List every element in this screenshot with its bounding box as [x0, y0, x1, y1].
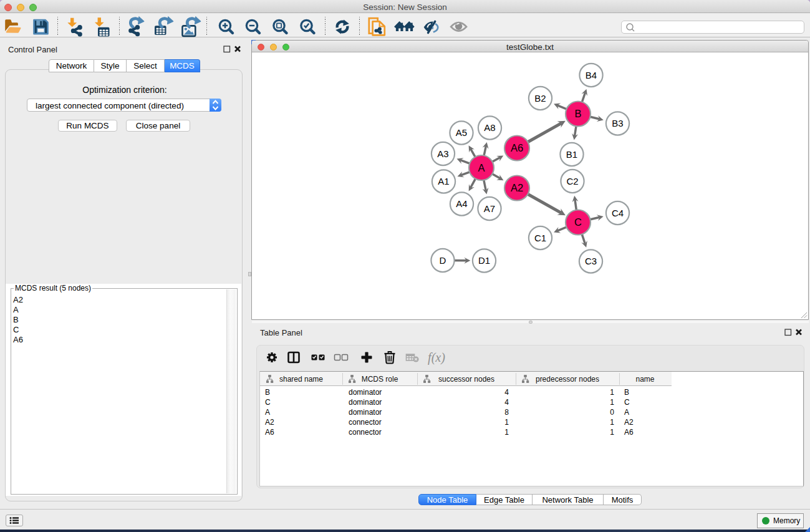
- svg-text:C2: C2: [566, 176, 578, 186]
- svg-text:A7: A7: [484, 203, 495, 214]
- svg-text:B: B: [574, 108, 581, 119]
- svg-text:D1: D1: [478, 255, 490, 266]
- svg-text:B2: B2: [534, 93, 546, 104]
- svg-text:A: A: [478, 162, 485, 173]
- svg-text:A1: A1: [438, 176, 449, 186]
- svg-text:A4: A4: [456, 198, 467, 209]
- svg-text:C: C: [574, 216, 582, 228]
- svg-text:B4: B4: [586, 70, 597, 80]
- svg-text:C1: C1: [534, 233, 546, 243]
- svg-text:A2: A2: [511, 182, 523, 193]
- svg-text:A3: A3: [437, 148, 448, 159]
- svg-text:A6: A6: [511, 142, 523, 153]
- svg-text:C4: C4: [612, 208, 624, 218]
- svg-text:D: D: [440, 255, 446, 266]
- svg-text:C3: C3: [585, 256, 597, 266]
- svg-text:B3: B3: [612, 118, 623, 128]
- svg-text:A8: A8: [484, 122, 495, 133]
- svg-text:B1: B1: [566, 149, 577, 160]
- svg-text:A5: A5: [456, 127, 467, 138]
